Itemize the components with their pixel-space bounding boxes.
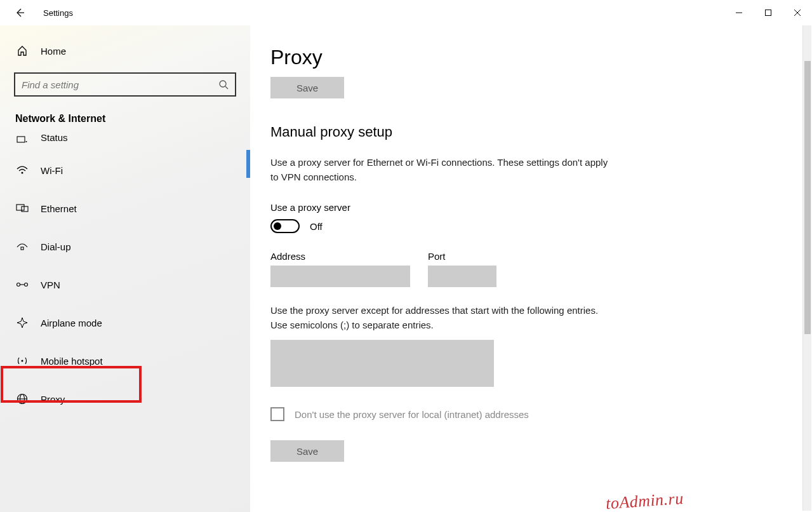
scroll-thumb[interactable] [804,61,811,334]
dialup-icon [15,242,29,251]
window-title: Settings [43,8,73,18]
toggle-state-label: Off [310,221,323,232]
sidebar-item-label: VPN [41,280,60,290]
sidebar-item-label: Dial-up [41,241,71,252]
svg-rect-9 [17,205,24,210]
svg-rect-10 [22,206,28,212]
category-header: Network & Internet [0,113,250,125]
minimize-button[interactable] [724,0,754,25]
back-arrow-icon[interactable] [14,7,25,18]
airplane-icon [15,317,29,328]
svg-point-13 [25,283,28,286]
svg-rect-6 [17,137,25,142]
search-input[interactable] [14,72,236,97]
sidebar-item-dialup[interactable]: Dial-up [0,227,250,266]
scrollbar[interactable] [802,25,811,511]
svg-point-4 [220,81,226,87]
sidebar-item-status[interactable]: Status [0,131,250,151]
save-button-top[interactable]: Save [270,77,344,98]
section-title: Manual proxy setup [270,124,792,140]
sidebar-item-label: Wi-Fi [41,165,63,176]
port-label: Port [428,251,496,262]
search-field[interactable] [22,79,218,90]
svg-rect-11 [21,247,23,250]
svg-point-7 [26,141,27,142]
hotspot-icon [15,356,29,366]
ethernet-icon [15,204,29,213]
local-bypass-label: Don't use the proxy server for local (in… [295,409,529,420]
exceptions-description: Use the proxy server except for addresse… [270,304,613,332]
sidebar-item-airplane[interactable]: Airplane mode [0,304,250,342]
home-nav[interactable]: Home [0,32,250,70]
use-proxy-label: Use a proxy server [270,202,792,213]
use-proxy-toggle[interactable] [270,219,300,233]
sidebar-item-label: Status [41,132,68,143]
port-input[interactable] [428,266,496,287]
proxy-icon [15,393,29,405]
svg-line-5 [225,86,228,89]
save-button-label: Save [296,446,318,457]
sidebar-item-label: Airplane mode [41,318,102,328]
sidebar-item-label: Mobile hotspot [41,356,103,367]
content-area: Proxy Save Manual proxy setup Use a prox… [250,25,812,512]
status-icon [15,136,29,144]
svg-point-15 [22,360,23,362]
svg-point-8 [22,172,23,174]
titlebar: Settings [0,0,812,25]
section-description: Use a proxy server for Ethernet or Wi-Fi… [270,156,613,184]
address-label: Address [270,251,410,262]
search-icon [218,79,229,90]
page-title: Proxy [270,46,792,69]
svg-rect-1 [766,10,771,16]
close-button[interactable] [783,0,812,25]
sidebar-item-vpn[interactable]: VPN [0,266,250,304]
save-button-label: Save [296,83,318,93]
sidebar-item-wifi[interactable]: Wi-Fi [0,151,250,189]
wifi-icon [15,166,29,175]
home-icon [15,45,29,57]
sidebar-item-proxy[interactable]: Proxy [0,380,250,418]
maximize-button[interactable] [754,0,783,25]
save-button-bottom[interactable]: Save [270,440,344,462]
exceptions-input[interactable] [270,340,494,387]
toggle-knob [274,222,281,230]
sidebar-item-ethernet[interactable]: Ethernet [0,189,250,227]
nav-list: Status Wi-Fi Ethernet Dial-up [0,131,250,418]
watermark: toAdmin.ru [605,489,684,512]
sidebar-item-hotspot[interactable]: Mobile hotspot [0,342,250,380]
local-bypass-checkbox[interactable] [270,407,284,421]
sidebar-item-label: Proxy [41,394,65,405]
svg-point-12 [17,283,20,286]
sidebar: Home Network & Internet Status [0,25,250,512]
address-input[interactable] [270,266,410,287]
vpn-icon [15,281,29,288]
sidebar-item-label: Ethernet [41,203,77,214]
home-label: Home [41,46,66,57]
